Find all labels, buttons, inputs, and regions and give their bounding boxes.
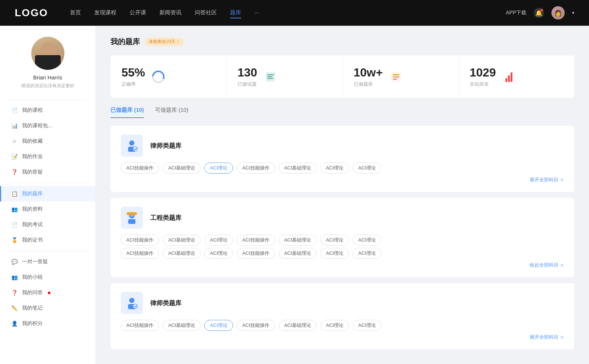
tag-2[interactable]: ACI理论 [204,163,233,174]
eng-tag-11[interactable]: ACI基础理论 [279,248,317,259]
qbank-lawyer-icon [121,135,143,157]
sidebar-item-certificate[interactable]: 🏅 我的证书 [0,232,95,248]
svg-rect-16 [128,219,135,224]
l2-tag-5[interactable]: ACI理论 [320,320,349,331]
sidebar-item-one-on-one[interactable]: 💬 一对一答疑 [0,254,95,270]
topnav-right: APP下载 🔔 👩 ▾ [506,6,574,19]
accuracy-label: 正确率 [121,81,145,88]
packages-icon: 📊 [11,122,18,129]
qbank-card-lawyer: 律师类题库 ACI技能操作 ACI基础理论 ACI理论 ACI技能操作 ACI基… [110,126,574,192]
eng-tag-1[interactable]: ACI基础理论 [163,235,201,246]
svg-rect-5 [267,78,273,79]
stat-rank: 1029 全站排名 [459,56,574,98]
tag-3[interactable]: ACI技能操作 [237,163,275,174]
homework-icon: 📝 [11,153,18,160]
nav-menu: 首页 发现课程 公开课 新闻资讯 问答社区 题库 ··· [70,8,506,18]
qbank-eng-collapse[interactable]: 收起全部科目 ∧ [121,262,564,268]
eng-tag-13[interactable]: ACI理论 [353,248,381,259]
eng-tag-6[interactable]: ACI理论 [353,235,381,246]
stat-banks: 10w+ 已做题库 [343,56,459,98]
nav-news[interactable]: 新闻资讯 [159,8,181,18]
tag-1[interactable]: ACI基础理论 [163,163,201,174]
sidebar-item-favorites[interactable]: ☆ 我的收藏 [0,133,95,149]
eng-tag-3[interactable]: ACI技能操作 [237,235,275,246]
sidebar-item-course-packages[interactable]: 📊 我的课程包... [0,118,95,133]
l2-tag-0[interactable]: ACI技能操作 [121,320,159,331]
eng-tag-5[interactable]: ACI理论 [320,235,349,246]
svg-point-12 [133,147,137,151]
sidebar-item-my-questions[interactable]: ❓ 我的问答 [0,285,95,300]
sidebar-item-label: 我的收藏 [22,138,43,144]
sidebar-item-notes[interactable]: ✏️ 我的笔记 [0,300,95,316]
tab-available[interactable]: 可做题库 (10) [155,107,188,118]
sidebar-item-label: 一对一答疑 [22,258,48,265]
eng-tag-4[interactable]: ACI基础理论 [279,235,317,246]
sidebar-item-label: 我的题库 [22,190,43,197]
tag-5[interactable]: ACI理论 [320,163,349,174]
app-download-button[interactable]: APP下载 [506,10,526,16]
sidebar-item-label: 我的考试 [22,221,43,228]
eng-tag-9[interactable]: ACI理论 [204,248,233,259]
nav-opencourse[interactable]: 公开课 [130,8,146,18]
sidebar-item-my-exam[interactable]: 📄 我的考试 [0,217,95,232]
svg-point-17 [129,298,134,303]
eng-tag-10[interactable]: ACI技能操作 [237,248,275,259]
tab-done[interactable]: 已做题库 (10) [110,107,144,118]
sidebar-item-my-courses[interactable]: 📄 我的课程 [0,103,95,118]
one-on-one-icon: 💬 [11,258,18,265]
nav-discover[interactable]: 发现课程 [94,8,116,18]
questions-label: 已做试题 [237,81,257,88]
eng-tag-0[interactable]: ACI技能操作 [121,235,159,246]
svg-rect-8 [393,76,399,78]
qbank-eng-tags-row1: ACI技能操作 ACI基础理论 ACI理论 ACI技能操作 ACI基础理论 AC… [121,235,564,246]
qbank-lawyer-expand[interactable]: 展开全部科目 ∨ [121,176,564,183]
qbank-lawyer2-expand[interactable]: 展开全部科目 ∨ [121,334,564,340]
user-motto: 错误的决定比没有决定要好 [21,83,74,89]
accuracy-value: 55% [121,66,145,79]
user-name: Brian Harris [33,74,62,81]
group-icon: 👥 [11,274,18,281]
sidebar-item-label: 我的答疑 [22,169,43,175]
sidebar-item-label: 我的笔记 [22,305,43,311]
nav-more[interactable]: ··· [254,8,259,18]
eng-tag-2[interactable]: ACI理论 [204,235,233,246]
question-icon: ❓ [11,289,18,296]
nav-qbank[interactable]: 题库 [230,8,241,18]
sidebar-item-my-data[interactable]: 👥 我的资料 [0,201,95,217]
svg-rect-3 [267,74,274,75]
svg-rect-15 [127,212,137,215]
unread-badge [48,292,50,294]
eng-tag-12[interactable]: ACI理论 [320,248,349,259]
qbank-lawyer2-tags: ACI技能操作 ACI基础理论 ACI理论 ACI技能操作 ACI基础理论 AC… [121,320,564,331]
main-content: 我的题库 体验剩余23天！ 55% 正确率 [96,26,589,364]
eng-tag-7[interactable]: ACI技能操作 [121,248,159,259]
nav-home[interactable]: 首页 [70,8,81,18]
sidebar-item-label: 我的课程 [22,107,43,114]
notification-bell[interactable]: 🔔 [534,8,544,18]
logo[interactable]: LOGO [15,7,48,19]
l2-tag-3[interactable]: ACI技能操作 [237,320,275,331]
sidebar-item-homework[interactable]: 📝 我的作业 [0,149,95,164]
l2-tag-4[interactable]: ACI基础理论 [279,320,317,331]
user-avatar[interactable]: 👩 [551,6,565,19]
sidebar-item-qa[interactable]: ❓ 我的答疑 [0,164,95,180]
user-menu-chevron[interactable]: ▾ [572,10,574,15]
l2-tag-2[interactable]: ACI理论 [204,320,233,331]
tag-0[interactable]: ACI技能操作 [121,163,159,174]
trial-badge: 体验剩余23天！ [145,38,184,46]
l2-tag-6[interactable]: ACI理论 [353,320,381,331]
sidebar-menu: 📄 我的课程 📊 我的课程包... ☆ 我的收藏 📝 我的作业 ❓ 我的答疑 � [0,103,95,331]
tag-4[interactable]: ACI基础理论 [279,163,317,174]
sidebar-item-qbank[interactable]: 📋 我的题库 [0,186,95,201]
l2-tag-1[interactable]: ACI基础理论 [163,320,201,331]
sidebar-item-points[interactable]: 👤 我的积分 [0,316,95,331]
svg-rect-9 [393,79,397,80]
questions-value: 130 [237,66,257,79]
sidebar-profile: Brian Harris 错误的决定比没有决定要好 [0,37,95,96]
nav-qa[interactable]: 问答社区 [195,8,217,18]
sidebar-item-group[interactable]: 👥 我的小组 [0,270,95,285]
tag-6[interactable]: ACI理论 [353,163,381,174]
sidebar-divider [7,99,88,100]
rank-value: 1029 [470,66,496,79]
eng-tag-8[interactable]: ACI基础理论 [163,248,201,259]
